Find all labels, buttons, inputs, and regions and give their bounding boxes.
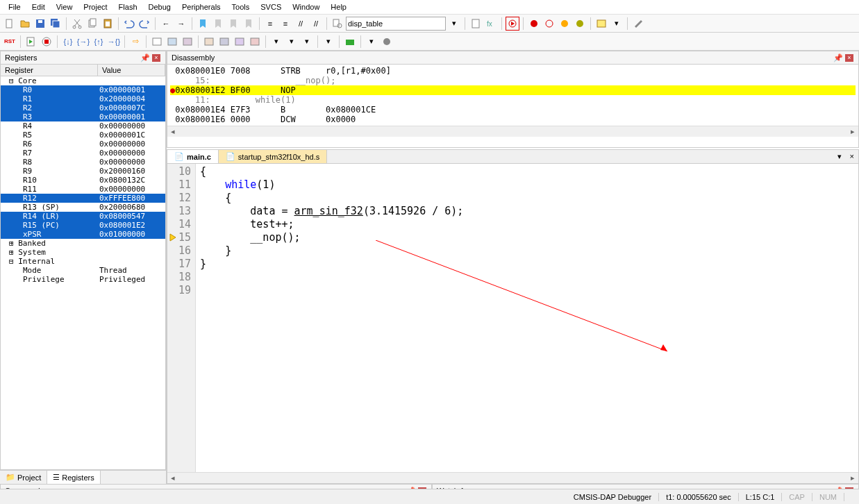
register-row[interactable]: R70x00000000 xyxy=(1,149,165,158)
find-in-files-icon[interactable] xyxy=(331,17,344,31)
menu-flash[interactable]: Flash xyxy=(113,1,143,12)
hscrollbar[interactable]: ◂▸ xyxy=(167,126,858,137)
register-row[interactable]: R10x20000004 xyxy=(1,94,165,103)
config-icon[interactable] xyxy=(631,17,645,31)
code-line[interactable]: { xyxy=(200,165,463,178)
code-line[interactable]: data = arm_sin_f32(3.1415926 / 6); xyxy=(200,205,463,218)
tab-close-icon[interactable]: × xyxy=(846,150,858,163)
stop-icon[interactable] xyxy=(40,35,53,49)
register-group[interactable]: ⊟ Internal xyxy=(1,257,165,266)
menu-file[interactable]: File xyxy=(3,1,26,12)
register-row[interactable]: ModeThread xyxy=(1,266,165,275)
register-row[interactable]: R80x00000000 xyxy=(1,158,165,167)
register-row[interactable]: R50x0000001C xyxy=(1,131,165,140)
code-line[interactable] xyxy=(200,271,463,284)
cut-icon[interactable] xyxy=(70,17,84,31)
tab-startup-s[interactable]: 📄startup_stm32f10x_hd.s xyxy=(219,150,327,163)
register-row[interactable]: R120xFFFEE800 xyxy=(1,194,165,203)
menu-help[interactable]: Help xyxy=(325,1,352,12)
menu-view[interactable]: View xyxy=(51,1,78,12)
register-row[interactable]: R20x0000007C xyxy=(1,103,165,112)
disasm-line[interactable]: 11: while(1) xyxy=(170,95,856,105)
nav-back-icon[interactable]: ← xyxy=(159,17,173,31)
registers-window-icon[interactable] xyxy=(202,35,216,49)
paste-icon[interactable] xyxy=(101,17,115,31)
debug-settings-icon[interactable] xyxy=(380,35,394,49)
register-group[interactable]: ⊞ System xyxy=(1,248,165,257)
indent-icon[interactable]: ≡ xyxy=(263,17,277,31)
redo-icon[interactable] xyxy=(137,17,151,31)
save-all-icon[interactable] xyxy=(49,17,62,31)
breakpoint-disable-icon[interactable] xyxy=(558,17,572,31)
run-icon[interactable] xyxy=(24,35,38,49)
disasm-line[interactable]: 15: __nop(); xyxy=(170,76,856,85)
save-icon[interactable] xyxy=(33,17,47,31)
reset-icon[interactable]: RST xyxy=(3,35,17,49)
menu-tools[interactable]: Tools xyxy=(226,1,256,12)
nav-fwd-icon[interactable]: → xyxy=(174,17,188,31)
disasm-window-icon[interactable] xyxy=(165,35,179,49)
watch-window-icon[interactable] xyxy=(233,35,247,49)
hscrollbar[interactable]: ◂▸ xyxy=(167,472,858,483)
disasm-line[interactable]: 0x080001E4 E7F3 B 0x080001CE xyxy=(170,105,856,115)
comment-icon[interactable]: // xyxy=(294,17,308,31)
debug-start-icon[interactable] xyxy=(506,17,519,31)
step-in-icon[interactable]: {↓} xyxy=(61,35,75,49)
register-row[interactable]: xPSR0x01000000 xyxy=(1,230,165,239)
register-row[interactable]: R110x00000000 xyxy=(1,185,165,194)
register-row[interactable]: R14 (LR)0x08000547 xyxy=(1,212,165,221)
bookmark-icon[interactable] xyxy=(196,17,210,31)
menu-window[interactable]: Window xyxy=(287,1,325,12)
window-dropdown-icon[interactable]: ▾ xyxy=(610,17,624,31)
copy-icon[interactable] xyxy=(85,17,99,31)
run-to-cursor-icon[interactable]: →{} xyxy=(107,35,121,49)
func-icon[interactable]: fx xyxy=(484,17,498,31)
tab-main-c[interactable]: 📄main.c xyxy=(167,150,219,163)
toolbox-icon[interactable] xyxy=(343,35,357,49)
disasm-line[interactable]: 0x080001E6 0000 DCW 0x0000 xyxy=(170,115,856,124)
new-file-icon[interactable] xyxy=(3,17,17,31)
memory-window-icon[interactable] xyxy=(248,35,262,49)
breakpoint-insert-icon[interactable] xyxy=(527,17,541,31)
find-combo[interactable] xyxy=(346,17,446,31)
disasm-line[interactable]: 0x080001E0 7008 STRB r0,[r1,#0x00] xyxy=(170,66,856,76)
open-file-icon[interactable] xyxy=(18,17,32,31)
code-line[interactable]: } xyxy=(200,258,463,271)
pin-icon[interactable]: 📌 xyxy=(140,53,150,62)
menu-debug[interactable]: Debug xyxy=(143,1,176,12)
window-icon[interactable] xyxy=(594,17,608,31)
sys-viewer-icon[interactable]: ▾ xyxy=(322,35,335,49)
register-row[interactable]: R30x00000001 xyxy=(1,112,165,121)
disasm-line[interactable]: ●0x080001E2 BF00 NOP xyxy=(170,85,856,95)
update-icon[interactable]: ▾ xyxy=(365,35,378,49)
step-over-icon[interactable]: {→} xyxy=(76,35,90,49)
register-row[interactable]: R13 (SP)0x20000680 xyxy=(1,203,165,212)
close-icon[interactable]: × xyxy=(844,53,854,62)
tab-dropdown-icon[interactable]: ▾ xyxy=(833,150,846,163)
close-icon[interactable]: × xyxy=(151,53,161,62)
cmd-window-icon[interactable] xyxy=(150,35,164,49)
register-row[interactable]: R40x00000000 xyxy=(1,121,165,131)
find-dropdown-icon[interactable]: ▾ xyxy=(447,17,461,31)
code-line[interactable]: test++; xyxy=(200,218,463,231)
bookmark-prev-icon[interactable] xyxy=(211,17,225,31)
register-row[interactable]: R15 (PC)0x080001E2 xyxy=(1,221,165,230)
bookmark-clear-icon[interactable] xyxy=(242,17,256,31)
uncomment-icon[interactable]: // xyxy=(309,17,323,31)
breakpoint-enable-icon[interactable] xyxy=(542,17,556,31)
menu-edit[interactable]: Edit xyxy=(26,1,51,12)
register-row[interactable]: R90x20000160 xyxy=(1,167,165,176)
code-line[interactable] xyxy=(200,284,463,297)
code-line[interactable]: { xyxy=(200,192,463,205)
undo-icon[interactable] xyxy=(122,17,136,31)
register-row[interactable]: R00x00000001 xyxy=(1,85,165,94)
tab-project[interactable]: 📁Project xyxy=(0,471,47,484)
register-row[interactable]: R100x0800132C xyxy=(1,176,165,185)
register-group[interactable]: ⊞ Banked xyxy=(1,239,165,248)
breakpoint-kill-icon[interactable] xyxy=(573,17,587,31)
code-line[interactable]: } xyxy=(200,244,463,258)
editor-body[interactable]: 10111213141516171819 { while(1) { data =… xyxy=(167,164,858,472)
registers-tree[interactable]: ⊟ CoreR00x00000001R10x20000004R20x000000… xyxy=(1,76,165,469)
symbol-window-icon[interactable] xyxy=(181,35,194,49)
bookmark-next-icon[interactable] xyxy=(226,17,240,31)
